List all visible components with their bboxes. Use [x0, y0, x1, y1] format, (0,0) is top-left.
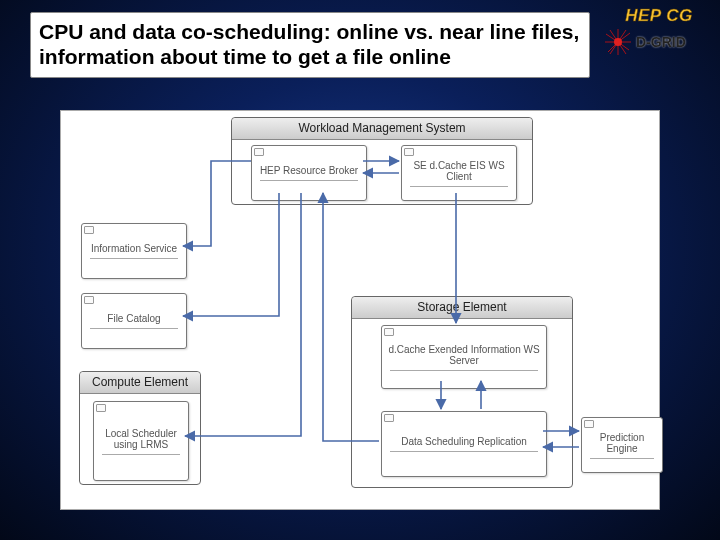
svg-point-12	[614, 38, 622, 46]
node-label: SE d.Cache EIS WS Client	[404, 160, 514, 182]
se-dcache-client-node: SE d.Cache EIS WS Client	[401, 145, 517, 201]
storage-header: Storage Element	[352, 297, 572, 319]
compute-header: Compute Element	[80, 372, 200, 394]
node-label: d.Cache Exended Information WS Server	[384, 344, 544, 366]
architecture-diagram: Workload Management System Storage Eleme…	[60, 110, 660, 510]
slide-title: CPU and data co-scheduling: online vs. n…	[39, 19, 581, 69]
node-label: Local Scheduler using LRMS	[96, 428, 186, 450]
burst-icon	[604, 28, 632, 56]
dgrid-logo: D-GRID	[604, 28, 714, 56]
local-scheduler-node: Local Scheduler using LRMS	[93, 401, 189, 481]
node-label: Prediction Engine	[584, 432, 660, 454]
file-catalog-node: File Catalog	[81, 293, 187, 349]
node-label: HEP Resource Broker	[254, 165, 364, 176]
prediction-engine-node: Prediction Engine	[581, 417, 663, 473]
logo-area: HEP CG D-GRID	[604, 6, 714, 56]
title-container: CPU and data co-scheduling: online vs. n…	[30, 12, 590, 78]
hep-resource-broker-node: HEP Resource Broker	[251, 145, 367, 201]
hepcg-logo-text: HEP CG	[604, 6, 714, 26]
data-scheduling-node: Data Scheduling Replication	[381, 411, 547, 477]
wms-header: Workload Management System	[232, 118, 532, 140]
node-label: Information Service	[84, 243, 184, 254]
node-label: Data Scheduling Replication	[384, 436, 544, 447]
node-label: File Catalog	[84, 313, 184, 324]
information-service-node: Information Service	[81, 223, 187, 279]
dcache-ws-server-node: d.Cache Exended Information WS Server	[381, 325, 547, 389]
dgrid-logo-text: D-GRID	[636, 34, 686, 50]
